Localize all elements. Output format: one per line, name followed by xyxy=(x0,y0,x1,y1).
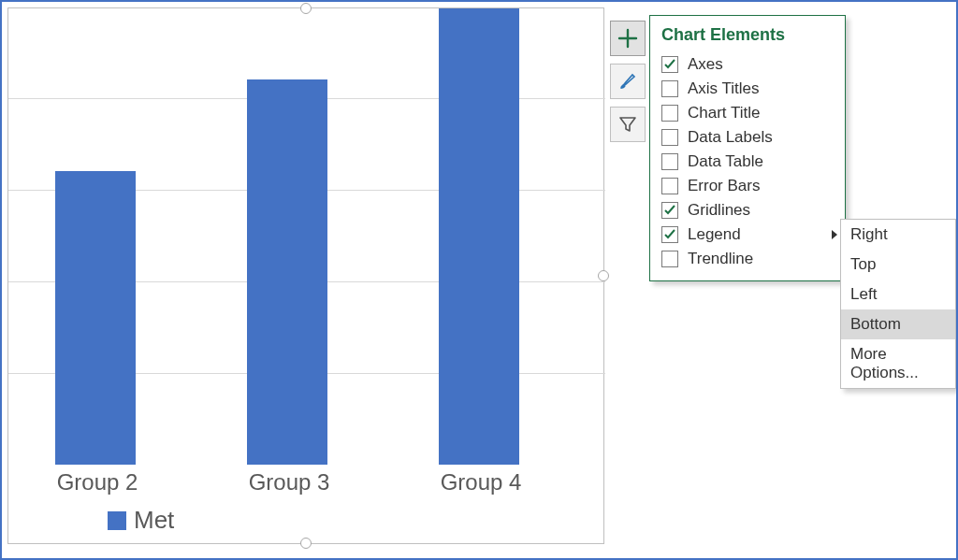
flyout-title: Chart Elements xyxy=(661,25,835,45)
legend-position-option[interactable]: Right xyxy=(841,220,955,250)
checkbox[interactable] xyxy=(661,105,678,122)
legend-label: Met xyxy=(134,506,174,535)
legend-swatch xyxy=(108,511,126,530)
option-label: Data Table xyxy=(688,152,763,171)
option-label: Axis Titles xyxy=(688,79,760,98)
category-label-0: Group 2 xyxy=(8,469,186,495)
option-label: Chart Title xyxy=(688,104,760,122)
chart-element-option[interactable]: Legend xyxy=(661,223,835,247)
chart-element-option[interactable]: Data Table xyxy=(661,150,835,174)
option-label: Data Labels xyxy=(688,128,773,147)
chart-element-option[interactable]: Chart Title xyxy=(661,101,835,125)
chart-legend[interactable]: Met xyxy=(108,506,174,535)
option-label: Trendline xyxy=(688,250,753,268)
legend-position-option[interactable]: Top xyxy=(841,250,955,280)
checkbox[interactable] xyxy=(661,129,678,146)
legend-position-option[interactable]: More Options... xyxy=(841,339,955,388)
resize-handle-s[interactable] xyxy=(300,538,312,549)
chart-element-option[interactable]: Data Labels xyxy=(661,125,835,150)
option-label: Legend xyxy=(688,225,741,244)
caret-right-icon xyxy=(830,229,839,240)
legend-position-submenu: RightTopLeftBottomMore Options... xyxy=(840,219,956,389)
paintbrush-icon xyxy=(617,71,638,92)
chart-styles-button[interactable] xyxy=(610,64,646,99)
checkbox[interactable] xyxy=(661,251,678,267)
chart-selection-frame[interactable]: Group 2 Group 3 Group 4 Met xyxy=(7,7,604,544)
checkbox[interactable] xyxy=(661,202,678,219)
checkbox[interactable] xyxy=(661,178,678,194)
category-label-1: Group 3 xyxy=(200,469,378,495)
chart-element-option[interactable]: Trendline xyxy=(661,247,835,271)
chart-element-option[interactable]: Error Bars xyxy=(661,174,835,198)
chart-filters-button[interactable] xyxy=(610,107,646,142)
plot-area xyxy=(8,8,605,465)
chart-element-option[interactable]: Gridlines xyxy=(661,198,835,223)
chart-side-toolbar xyxy=(610,21,646,142)
option-label: Axes xyxy=(688,55,723,74)
legend-position-option[interactable]: Left xyxy=(841,280,955,309)
checkbox[interactable] xyxy=(661,153,678,170)
bar-group-3[interactable] xyxy=(247,79,327,465)
checkbox[interactable] xyxy=(661,56,678,73)
legend-position-option[interactable]: Bottom xyxy=(841,309,955,339)
option-label: Gridlines xyxy=(688,201,750,220)
chart-element-option[interactable]: Axes xyxy=(661,52,835,77)
bar-group-4[interactable] xyxy=(439,8,519,465)
chart-element-option[interactable]: Axis Titles xyxy=(661,77,835,101)
checkbox[interactable] xyxy=(661,226,678,243)
bar-group-2[interactable] xyxy=(55,171,136,465)
checkbox[interactable] xyxy=(661,80,678,97)
category-label-2: Group 4 xyxy=(392,469,570,495)
plus-icon xyxy=(617,28,638,49)
funnel-icon xyxy=(617,114,638,135)
chart-elements-button[interactable] xyxy=(610,21,646,56)
option-label: Error Bars xyxy=(688,177,760,195)
chart-elements-flyout: Chart Elements AxesAxis TitlesChart Titl… xyxy=(649,15,846,281)
